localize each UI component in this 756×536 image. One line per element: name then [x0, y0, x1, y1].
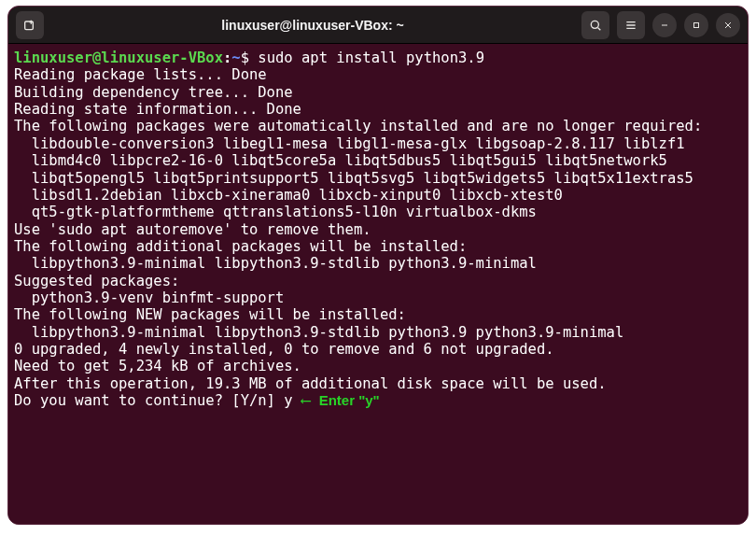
prompt-colon: : — [223, 49, 231, 66]
close-button[interactable] — [716, 13, 740, 37]
search-icon — [588, 18, 603, 33]
output-line: libsdl1.2debian libxcb-xinerama0 libxcb-… — [14, 187, 563, 204]
annotation-text: Enter "y" — [319, 392, 380, 408]
prompt-userhost: linuxuser@linuxuser-VBox — [14, 49, 223, 66]
confirm-answer: y — [284, 392, 292, 409]
maximize-button[interactable] — [684, 13, 708, 37]
output-line: Need to get 5,234 kB of archives. — [14, 358, 301, 374]
output-line: The following NEW packages will be insta… — [14, 306, 406, 323]
output-line: Reading state information... Done — [14, 101, 301, 118]
output-line: qt5-gtk-platformtheme qttranslations5-l1… — [14, 204, 537, 220]
minimize-button[interactable] — [652, 13, 677, 37]
svg-line-4 — [598, 27, 601, 30]
output-line: After this operation, 19.3 MB of additio… — [14, 375, 607, 392]
hamburger-menu-button[interactable] — [617, 11, 645, 39]
output-line: libqt5opengl5 libqt5printsupport5 libqt5… — [14, 170, 693, 187]
output-line: libdouble-conversion3 libegl1-mesa libgl… — [14, 135, 685, 152]
output-line: python3.9-venv binfmt-support — [14, 289, 284, 306]
svg-point-3 — [591, 21, 598, 28]
maximize-icon — [691, 20, 702, 31]
confirm-question: Do you want to continue? [Y/n] — [14, 392, 284, 409]
output-line: Reading package lists... Done — [14, 66, 267, 83]
output-line: Use 'sudo apt autoremove' to remove them… — [14, 221, 371, 238]
terminal-window: linuxuser@linuxuser-VBox: ~ — [7, 6, 749, 525]
close-icon — [722, 20, 734, 31]
svg-rect-9 — [694, 22, 699, 27]
titlebar: linuxuser@linuxuser-VBox: ~ — [8, 7, 748, 44]
terminal-viewport[interactable]: linuxuser@linuxuser-VBox:~$ sudo apt ins… — [8, 44, 748, 524]
output-line: Building dependency tree... Done — [14, 84, 293, 101]
output-line: libmd4c0 libpcre2-16-0 libqt5core5a libq… — [14, 152, 667, 169]
new-tab-button[interactable] — [16, 11, 44, 39]
output-line: libpython3.9-minimal libpython3.9-stdlib… — [14, 255, 537, 272]
output-line: 0 upgraded, 4 newly installed, 0 to remo… — [14, 341, 554, 358]
prompt-path: ~ — [231, 49, 240, 66]
output-line: libpython3.9-minimal libpython3.9-stdlib… — [14, 324, 623, 341]
output-line: The following additional packages will b… — [14, 238, 467, 255]
window-title: linuxuser@linuxuser-VBox: ~ — [51, 18, 574, 33]
new-tab-icon — [22, 18, 37, 33]
minimize-icon — [659, 20, 670, 31]
command-text: sudo apt install python3.9 — [258, 49, 484, 66]
prompt-dollar: $ — [241, 49, 249, 66]
search-button[interactable] — [581, 11, 609, 39]
output-line: Suggested packages: — [14, 273, 179, 289]
output-line: The following packages were automaticall… — [14, 118, 702, 134]
annotation-arrow: ⟵ — [293, 392, 319, 409]
hamburger-icon — [623, 18, 638, 33]
